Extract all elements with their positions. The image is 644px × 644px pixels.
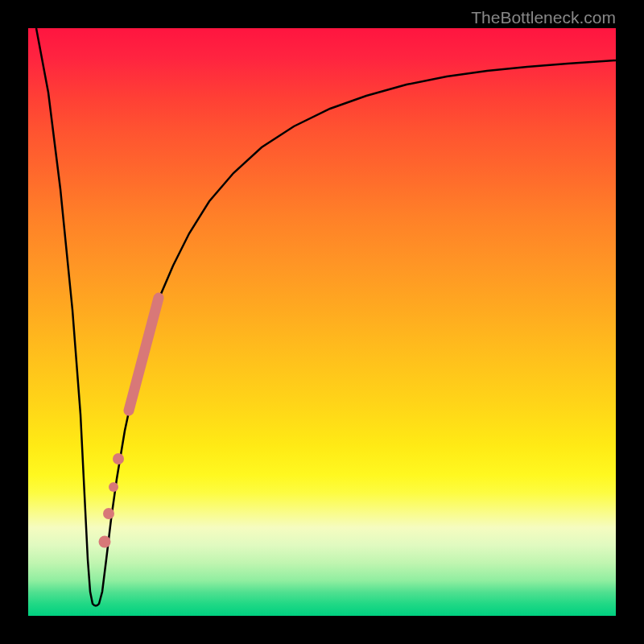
- watermark-text: TheBottleneck.com: [471, 8, 616, 27]
- chart-svg: [28, 28, 616, 616]
- bottleneck-curve: [36, 28, 616, 606]
- highlight-dot-3: [103, 508, 114, 519]
- highlight-dot-1: [113, 453, 124, 464]
- highlight-dot-4: [99, 536, 111, 548]
- chart-container: [28, 28, 616, 616]
- highlight-dot-2: [109, 482, 118, 492]
- highlight-segment: [129, 298, 159, 411]
